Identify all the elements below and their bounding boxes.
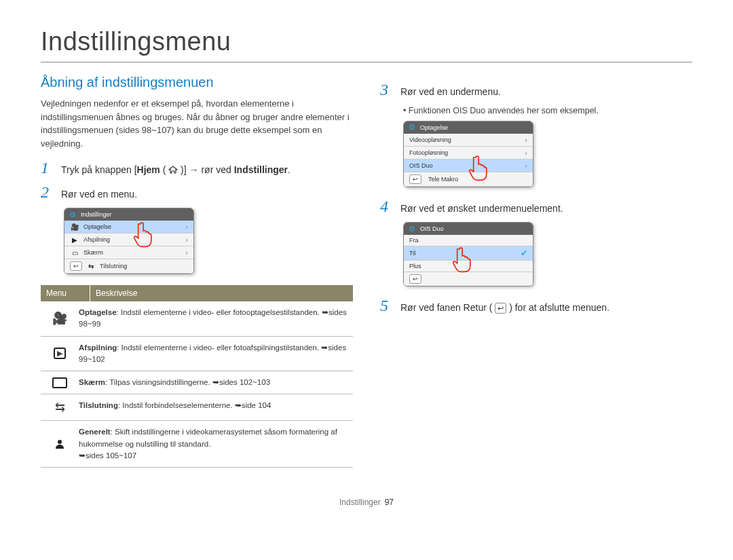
step-4: 4 Rør ved et ønsket undermenuelement. — [380, 198, 692, 216]
title-rule — [41, 62, 692, 62]
step-1: 1 Tryk på knappen [Hjem ( )] → rør ved I… — [41, 160, 353, 177]
table-head-desc: Beskrivelse — [90, 285, 353, 301]
table-row: ⇆ Tilslutning: Indstil forbindelseseleme… — [41, 394, 353, 421]
step-3: 3 Rør ved en undermenu. — [380, 81, 692, 99]
back-icon[interactable]: ↩ — [409, 274, 421, 284]
person-icon — [41, 421, 79, 467]
step-2-text: Rør ved en menu. — [61, 188, 137, 202]
step-1-text: Tryk på knappen [Hjem ( )] → rør ved Ind… — [61, 164, 290, 177]
ui1-item-optagelse[interactable]: 🎥 Optagelse › — [64, 221, 193, 234]
table-head-menu: Menu — [41, 285, 90, 301]
ui1-title: Indstillinger — [81, 211, 112, 218]
ui1-item-skaerm[interactable]: ▭ Skærm › — [64, 246, 193, 259]
ui3-item-plus[interactable]: Plus — [404, 261, 533, 272]
ui-screenshot-optagelse: ⚙ Optagelse Videoopløsning › Fotoopløsni… — [403, 121, 533, 187]
ui2-item-fotooplosning[interactable]: Fotoopløsning › — [404, 147, 533, 160]
chevron-right-icon: › — [525, 162, 527, 170]
ui2-item-telemakro[interactable]: ↩ Tele Makro — [404, 172, 533, 187]
step-number: 4 — [380, 198, 392, 214]
return-icon: ↩ — [495, 303, 506, 314]
step-3-note: Funktionen OIS Duo anvendes her som ekse… — [403, 106, 692, 115]
page-footer: Indstillinger97 — [0, 498, 733, 507]
step-5-text: Rør ved fanen Retur ( ↩ ) for at afslutt… — [400, 301, 609, 315]
gear-icon: ⚙ — [408, 225, 416, 233]
ui3-title: OIS Duo — [420, 225, 444, 232]
ui1-item-tilslutning[interactable]: ↩ ⇆ Tilslutning — [64, 259, 193, 274]
ui3-item-fra[interactable]: Fra — [404, 235, 533, 246]
chevron-right-icon: › — [185, 223, 188, 231]
display-icon — [41, 371, 79, 394]
ui1-item-afspilning[interactable]: ▶ Afspilning › — [64, 234, 193, 246]
table-row: ▶ Afspilning: Indstil elementerne i vide… — [41, 337, 353, 372]
play-icon: ▶ — [70, 236, 79, 244]
gear-icon: ⚙ — [69, 210, 77, 219]
svg-point-0 — [58, 440, 62, 444]
table-row: Skærm: Tilpas visningsindstillingerne. ➥… — [41, 371, 353, 394]
section-heading: Åbning af indstillingsmenuen — [41, 75, 353, 90]
back-icon[interactable]: ↩ — [409, 174, 421, 184]
display-icon: ▭ — [70, 249, 79, 257]
step-2: 2 Rør ved en menu. — [41, 184, 353, 202]
ui-screenshot-oisduo: ⚙ OIS Duo Fra Til ✔ Plus ↩ — [403, 222, 533, 286]
camera-icon: 🎥 — [41, 301, 79, 336]
ui-screenshot-settings: ⚙ Indstillinger 🎥 Optagelse › ▶ Afspilni… — [64, 208, 194, 274]
ui2-item-videooplosning[interactable]: Videoopløsning › — [404, 134, 533, 147]
back-icon[interactable]: ↩ — [70, 261, 82, 271]
step-number: 5 — [380, 297, 392, 314]
step-number: 1 — [41, 160, 53, 176]
step-number: 2 — [41, 184, 53, 200]
step-number: 3 — [380, 81, 392, 98]
ui3-item-til[interactable]: Til ✔ — [404, 246, 533, 261]
chevron-right-icon: › — [185, 248, 188, 257]
step-4-text: Rør ved et ønsket undermenuelement. — [400, 202, 563, 216]
play-icon: ▶ — [41, 337, 79, 371]
check-icon: ✔ — [521, 248, 527, 258]
table-row: Generelt: Skift indstillingerne i videok… — [41, 421, 353, 468]
intro-paragraph: Vejledningen nedenfor er et eksempel på,… — [41, 97, 353, 150]
connection-icon: ⇆ — [41, 394, 79, 420]
right-column: 3 Rør ved en undermenu. Funktionen OIS D… — [380, 75, 692, 468]
camera-icon: 🎥 — [70, 223, 79, 231]
connection-icon: ⇆ — [86, 263, 96, 270]
table-row: 🎥 Optagelse: Indstil elementerne i video… — [41, 301, 353, 337]
step-5: 5 Rør ved fanen Retur ( ↩ ) for at afslu… — [380, 297, 692, 315]
page-title: Indstillingsmenu — [41, 27, 692, 56]
ui2-title: Optagelse — [420, 124, 448, 131]
menu-description-table: Menu Beskrivelse 🎥 Optagelse: Indstil el… — [41, 285, 353, 468]
step-3-text: Rør ved en undermenu. — [400, 86, 501, 99]
ui2-item-oisduo[interactable]: OIS Duo › — [404, 160, 533, 172]
left-column: Åbning af indstillingsmenuen Vejledninge… — [41, 75, 353, 468]
home-icon — [168, 166, 178, 174]
chevron-right-icon: › — [185, 236, 188, 244]
gear-icon: ⚙ — [408, 124, 416, 132]
chevron-right-icon: › — [525, 149, 527, 157]
chevron-right-icon: › — [525, 136, 527, 144]
